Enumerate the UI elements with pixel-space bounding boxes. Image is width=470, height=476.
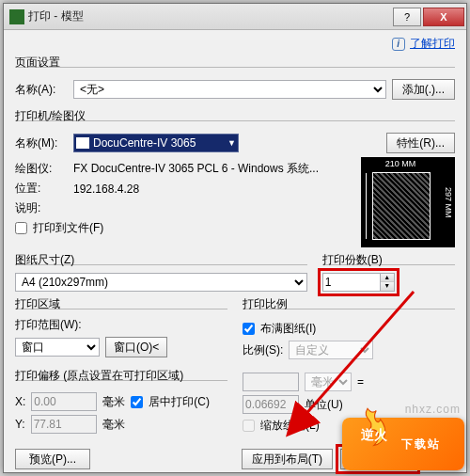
preview-width: 210 MM — [361, 159, 440, 168]
x-input — [31, 392, 97, 411]
svg-text:逆火: 逆火 — [360, 427, 388, 442]
plotter-name-label: 名称(M): — [15, 135, 68, 151]
site-badge: 逆火 下载站 — [342, 418, 464, 470]
learn-print-link[interactable]: 了解打印 — [410, 37, 455, 50]
titlebar: 打印 - 模型 ? X — [4, 4, 466, 30]
scale-bottom-unit: 单位(U) — [305, 397, 343, 413]
driver-label: 绘图仪: — [15, 161, 68, 177]
fit-label: 布满图纸(I) — [260, 321, 316, 337]
y-unit: 毫米 — [102, 417, 125, 433]
spin-up-icon[interactable]: ▲ — [381, 274, 394, 282]
offset-note: (原点设置在可打印区域) — [63, 369, 183, 382]
window-title: 打印 - 模型 — [28, 8, 391, 24]
scale-lw-label: 缩放线宽(L) — [260, 418, 320, 434]
x-unit: 毫米 — [102, 394, 125, 410]
chevron-down-icon: ▼ — [227, 138, 236, 148]
preview-height: 297 MM — [442, 157, 453, 247]
offset-group: 打印偏移 (原点设置在可打印区域) X: 毫米 居中打印(C) Y: 毫米 — [15, 380, 227, 443]
preview-button[interactable]: 预览(P)... — [15, 449, 90, 469]
driver-value: FX DocuCentre-IV 3065 PCL 6 - Windows 系统… — [73, 161, 319, 177]
location-label: 位置: — [15, 181, 68, 197]
printer-name-text: DocuCentre-IV 3065 — [93, 136, 196, 150]
page-name-label: 名称(A): — [15, 82, 68, 98]
printer-icon — [76, 137, 89, 149]
properties-button[interactable]: 特性(R)... — [386, 133, 455, 153]
paper-size-legend: 图纸尺寸(Z) — [15, 252, 74, 268]
app-icon — [9, 9, 24, 24]
paper-size-group: 图纸尺寸(Z) A4 (210x297mm) — [15, 264, 307, 297]
info-icon: i — [392, 38, 405, 51]
copies-group: 打印份数(B) ▲▼ — [322, 264, 455, 297]
center-checkbox[interactable] — [131, 396, 143, 408]
copies-input[interactable] — [322, 273, 381, 292]
y-label: Y: — [15, 418, 25, 431]
copies-legend: 打印份数(B) — [322, 252, 383, 268]
paper-size-select[interactable]: A4 (210x297mm) — [15, 273, 307, 292]
flame-icon: 逆火 — [346, 406, 389, 450]
print-area-group: 打印区域 打印范围(W): 窗口 窗口(O)< — [15, 309, 227, 369]
scale-lw-checkbox — [243, 420, 255, 432]
plotter-group: 打印机/绘图仪 名称(M): DocuCentre-IV 3065 ▼ 特性(R… — [15, 120, 455, 253]
print-scale-group: 打印比例 布满图纸(I) 比例(S): 自定义 — [243, 309, 455, 369]
copies-spinner[interactable]: ▲▼ — [322, 273, 395, 292]
scale-bottom-input — [243, 395, 299, 414]
x-label: X: — [15, 395, 25, 408]
print-to-file-label: 打印到文件(F) — [33, 220, 103, 236]
print-scale-legend: 打印比例 — [243, 296, 288, 312]
printer-select[interactable]: DocuCentre-IV 3065 ▼ — [73, 134, 239, 152]
offset-legend: 打印偏移 — [15, 369, 60, 382]
page-setup-legend: 页面设置 — [15, 55, 60, 71]
dialog-body: i 了解打印 页面设置 名称(A): <无> 添加(.)... 打印机/绘图仪 … — [4, 30, 466, 476]
add-button[interactable]: 添加(.)... — [392, 79, 455, 100]
paper-preview: 210 MM 297 MM — [361, 157, 455, 247]
range-label: 打印范围(W): — [15, 317, 227, 333]
ratio-label: 比例(S): — [243, 342, 283, 358]
desc-label: 说明: — [15, 200, 68, 216]
center-label: 居中打印(C) — [149, 394, 210, 410]
spin-down-icon[interactable]: ▼ — [381, 282, 394, 291]
location-value: 192.168.4.28 — [73, 182, 139, 196]
page-setup-group: 页面设置 名称(A): <无> 添加(.)... — [15, 67, 455, 109]
window-pick-button[interactable]: 窗口(O)< — [105, 337, 167, 357]
page-name-select[interactable]: <无> — [73, 80, 386, 99]
help-button[interactable]: ? — [393, 8, 421, 26]
range-select[interactable]: 窗口 — [15, 338, 100, 357]
y-input — [31, 415, 97, 434]
badge-text: 下载站 — [401, 436, 441, 452]
print-dialog: 打印 - 模型 ? X i 了解打印 页面设置 名称(A): <无> 添加(.)… — [3, 3, 467, 473]
print-to-file-checkbox[interactable] — [15, 222, 27, 234]
scale-top-input — [243, 373, 299, 391]
fit-checkbox[interactable] — [243, 323, 255, 335]
plotter-legend: 打印机/绘图仪 — [15, 108, 86, 124]
ratio-select: 自定义 — [289, 341, 373, 359]
apply-layout-button[interactable]: 应用到布局(T) — [242, 449, 333, 469]
equals-label: = — [357, 375, 364, 389]
scale-top-unit: 毫米 — [305, 373, 352, 391]
print-area-legend: 打印区域 — [15, 296, 60, 312]
close-button[interactable]: X — [423, 8, 464, 26]
watermark: nhxz.com — [405, 403, 461, 416]
